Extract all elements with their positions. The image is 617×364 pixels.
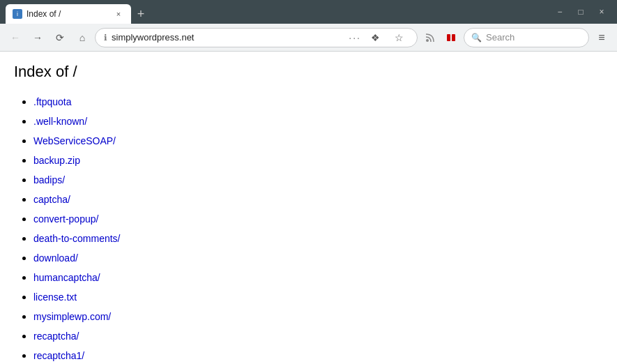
new-tab-button[interactable]: + — [131, 4, 151, 24]
tab-title: Index of / — [26, 9, 109, 19]
tab-favicon: i — [13, 9, 22, 19]
search-icon: 🔍 — [471, 33, 482, 43]
list-item: recaptcha/ — [33, 326, 603, 346]
list-item: convert-popup/ — [33, 209, 603, 229]
tab-close-button[interactable]: × — [113, 8, 124, 20]
address-more-button[interactable]: ··· — [349, 32, 361, 43]
svg-rect-1 — [447, 34, 450, 41]
file-link[interactable]: WebServiceSOAP/ — [33, 135, 116, 146]
file-link[interactable]: convert-popup/ — [33, 213, 98, 225]
address-bar[interactable]: ℹ simplywordpress.net ··· ❖ ☆ — [95, 28, 418, 47]
pocket-icon[interactable]: ❖ — [365, 28, 385, 47]
list-item: captcha/ — [33, 190, 603, 209]
title-bar: i Index of / × + − □ × — [0, 0, 617, 24]
reader-view-icon[interactable] — [441, 28, 461, 47]
list-item: license.txt — [33, 287, 603, 307]
browser-tab[interactable]: i Index of / × — [6, 4, 131, 24]
list-item: .well-known/ — [33, 112, 603, 131]
list-item: mysimplewp.com/ — [33, 307, 603, 326]
tab-area: i Index of / × + — [6, 0, 547, 24]
home-button[interactable]: ⌂ — [73, 28, 92, 47]
svg-point-0 — [426, 39, 429, 42]
search-bar[interactable]: 🔍 Search — [464, 28, 589, 47]
file-link[interactable]: recaptcha/ — [33, 331, 79, 342]
page-content: Index of / .ftpquota.well-known/WebServi… — [0, 52, 617, 364]
svg-rect-2 — [452, 34, 455, 41]
file-link[interactable]: .well-known/ — [33, 116, 87, 127]
bookmark-icon[interactable]: ☆ — [389, 28, 409, 47]
list-item: humancaptcha/ — [33, 268, 603, 287]
file-link[interactable]: .ftpquota — [33, 96, 72, 107]
back-button[interactable]: ← — [6, 28, 25, 47]
minimize-button[interactable]: − — [550, 2, 570, 22]
window-controls: − □ × — [550, 2, 611, 22]
list-item: recaptcha1/ — [33, 346, 603, 364]
file-link[interactable]: backup.zip — [33, 155, 80, 166]
file-list: .ftpquota.well-known/WebServiceSOAP/back… — [14, 92, 603, 364]
toolbar-icons — [420, 28, 461, 47]
rss-icon[interactable] — [420, 28, 440, 47]
file-link[interactable]: download/ — [33, 252, 78, 264]
file-link[interactable]: death-to-comments/ — [33, 233, 121, 244]
menu-button[interactable]: ≡ — [592, 28, 611, 47]
toolbar: ← → ⟳ ⌂ ℹ simplywordpress.net ··· ❖ ☆ 🔍 … — [0, 24, 617, 52]
address-text: simplywordpress.net — [112, 32, 344, 43]
forward-button[interactable]: → — [28, 28, 47, 47]
page-title: Index of / — [14, 63, 603, 81]
file-link[interactable]: recaptcha1/ — [33, 350, 84, 361]
window-close-button[interactable]: × — [592, 2, 611, 22]
list-item: WebServiceSOAP/ — [33, 131, 603, 151]
file-link[interactable]: captcha/ — [33, 194, 70, 205]
list-item: .ftpquota — [33, 92, 603, 112]
file-link[interactable]: badips/ — [33, 174, 65, 185]
maximize-button[interactable]: □ — [571, 2, 591, 22]
file-link[interactable]: license.txt — [33, 291, 77, 303]
search-placeholder: Search — [486, 32, 515, 43]
file-link[interactable]: humancaptcha/ — [33, 272, 100, 283]
list-item: death-to-comments/ — [33, 229, 603, 248]
reload-button[interactable]: ⟳ — [50, 28, 70, 47]
list-item: download/ — [33, 248, 603, 268]
list-item: backup.zip — [33, 151, 603, 170]
list-item: badips/ — [33, 170, 603, 190]
file-link[interactable]: mysimplewp.com/ — [33, 311, 111, 322]
info-icon: ℹ — [104, 33, 107, 43]
